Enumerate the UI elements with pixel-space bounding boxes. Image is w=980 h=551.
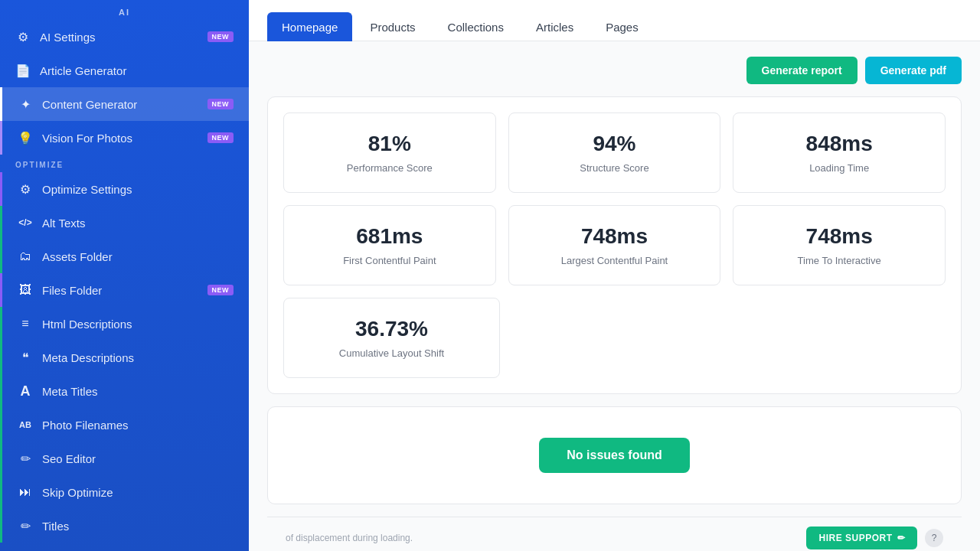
metric-first-contentful-paint: 681ms First Contentful Paint [283, 205, 496, 285]
meta-title-icon: A [18, 383, 33, 399]
sidebar-item-label: Photo Filenames [42, 419, 129, 432]
metric-label: Performance Score [296, 162, 483, 174]
metrics-section: 81% Performance Score 94% Structure Scor… [267, 96, 962, 394]
metric-value: 681ms [296, 224, 483, 249]
sidebar-item-label: Optimize Settings [42, 183, 132, 196]
sidebar-item-label: Files Folder [42, 284, 102, 297]
metric-label: Time To Interactive [746, 255, 933, 266]
metric-performance-score: 81% Performance Score [283, 112, 496, 193]
sidebar-item-skip-optimize[interactable]: ⏭ Skip Optimize [0, 475, 249, 509]
sidebar-item-label: AI Settings [40, 31, 96, 44]
main-content: Homepage Products Collections Articles P… [249, 0, 980, 551]
sidebar-item-assets-folder[interactable]: 🗂 Assets Folder [0, 240, 249, 273]
metric-cumulative-layout-shift: 36.73% Cumulative Layout Shift [283, 298, 500, 378]
metric-label: First Contentful Paint [296, 255, 483, 266]
generate-pdf-button[interactable]: Generate pdf [865, 57, 962, 84]
pencil-icon: ✏ [897, 533, 906, 543]
new-badge: NEW [207, 31, 234, 42]
metric-placeholder [512, 298, 946, 378]
metric-time-to-interactive: 748ms Time To Interactive [733, 205, 946, 285]
footer-bar: of displacement during loading. HIRE SUP… [267, 517, 962, 551]
no-issues-section: No issues found [267, 406, 962, 504]
content-icon: ✦ [18, 96, 33, 112]
gear-icon: ⚙ [15, 29, 31, 44]
new-badge: NEW [207, 99, 234, 109]
metric-value: 36.73% [296, 317, 487, 341]
action-bar: Generate report Generate pdf [267, 57, 962, 84]
sidebar-item-label: Seo Editor [42, 452, 96, 465]
article-icon: 📄 [15, 63, 31, 78]
tab-collections[interactable]: Collections [433, 12, 518, 41]
no-issues-button[interactable]: No issues found [539, 438, 689, 473]
metric-label: Loading Time [746, 162, 933, 174]
sidebar-item-label: Html Descriptions [42, 318, 132, 331]
metric-largest-contentful-paint: 748ms Largest Contentful Paint [508, 205, 721, 285]
metric-label: Structure Score [521, 162, 708, 174]
html-icon: ≡ [18, 316, 33, 331]
tab-products[interactable]: Products [355, 12, 430, 41]
new-badge: NEW [207, 285, 234, 295]
meta-desc-icon: ❝ [18, 350, 33, 365]
hire-support-label: HIRE SUPPORT [818, 533, 892, 543]
footer-text: of displacement during loading. [286, 533, 413, 543]
sidebar-item-meta-descriptions[interactable]: ❝ Meta Descriptions [0, 341, 249, 374]
sidebar-item-label: Meta Descriptions [42, 351, 134, 364]
metric-value: 94% [521, 132, 708, 156]
hire-support-button[interactable]: HIRE SUPPORT ✏ [806, 527, 917, 549]
metric-value: 848ms [746, 132, 933, 156]
generate-report-button[interactable]: Generate report [746, 57, 858, 84]
sidebar-ai-label: AI [0, 0, 249, 20]
sidebar-item-ai-settings[interactable]: ⚙ AI Settings NEW [0, 20, 249, 54]
assets-icon: 🗂 [18, 249, 33, 264]
metric-label: Cumulative Layout Shift [296, 347, 487, 359]
skip-icon: ⏭ [18, 484, 33, 500]
sidebar-item-files-folder[interactable]: 🖼 Files Folder NEW [0, 273, 249, 307]
metric-value: 748ms [521, 224, 708, 249]
photo-filename-icon: AB [18, 417, 33, 432]
sidebar-item-label: Assets Folder [42, 250, 113, 263]
sidebar-item-label: Titles [42, 520, 69, 533]
tab-pages[interactable]: Pages [591, 12, 653, 41]
seo-editor-icon: ✏ [18, 451, 33, 466]
sidebar-item-photo-filenames[interactable]: AB Photo Filenames [0, 408, 249, 442]
sidebar-item-label: Content Generator [42, 98, 137, 111]
metric-structure-score: 94% Structure Score [508, 112, 721, 193]
sidebar-item-label: Vision For Photos [42, 132, 132, 145]
metric-value: 81% [296, 132, 483, 156]
sidebar-item-article-generator[interactable]: 📄 Article Generator [0, 54, 249, 87]
metrics-row-1: 81% Performance Score 94% Structure Scor… [283, 112, 946, 193]
sidebar-item-alt-texts[interactable]: </> Alt Texts [0, 206, 249, 240]
tab-articles[interactable]: Articles [521, 12, 588, 41]
sidebar-item-content-generator[interactable]: ✦ Content Generator NEW [0, 87, 249, 121]
sidebar-item-titles[interactable]: ✏ Titles [0, 509, 249, 543]
sidebar-item-optimize-settings[interactable]: ⚙ Optimize Settings [0, 172, 249, 206]
files-icon: 🖼 [18, 282, 33, 298]
optimize-icon: ⚙ [18, 181, 33, 197]
tab-homepage[interactable]: Homepage [267, 12, 352, 41]
sidebar-item-label: Alt Texts [42, 217, 85, 230]
sidebar-item-html-descriptions[interactable]: ≡ Html Descriptions [0, 307, 249, 341]
help-icon[interactable]: ? [925, 529, 943, 547]
sidebar: AI ⚙ AI Settings NEW 📄 Article Generator… [0, 0, 249, 551]
sidebar-item-vision-for-photos[interactable]: 💡 Vision For Photos NEW [0, 121, 249, 155]
alt-text-icon: </> [18, 215, 33, 230]
metric-value: 748ms [746, 224, 933, 249]
sidebar-item-seo-editor[interactable]: ✏ Seo Editor [0, 442, 249, 475]
sidebar-item-label: Article Generator [40, 64, 126, 77]
optimize-divider: OPTIMIZE [0, 155, 249, 172]
sidebar-item-label: Meta Titles [42, 385, 98, 398]
tab-bar: Homepage Products Collections Articles P… [249, 0, 980, 41]
metric-loading-time: 848ms Loading Time [733, 112, 946, 193]
vision-icon: 💡 [18, 130, 33, 145]
metric-label: Largest Contentful Paint [521, 255, 708, 266]
titles-icon: ✏ [18, 518, 33, 533]
sidebar-item-label: Skip Optimize [42, 486, 113, 499]
metrics-row-2: 681ms First Contentful Paint 748ms Large… [283, 205, 946, 285]
sidebar-item-meta-titles[interactable]: A Meta Titles [0, 374, 249, 408]
content-area: Generate report Generate pdf 81% Perform… [249, 41, 980, 551]
metrics-row-3: 36.73% Cumulative Layout Shift [283, 298, 946, 378]
new-badge: NEW [207, 132, 234, 143]
